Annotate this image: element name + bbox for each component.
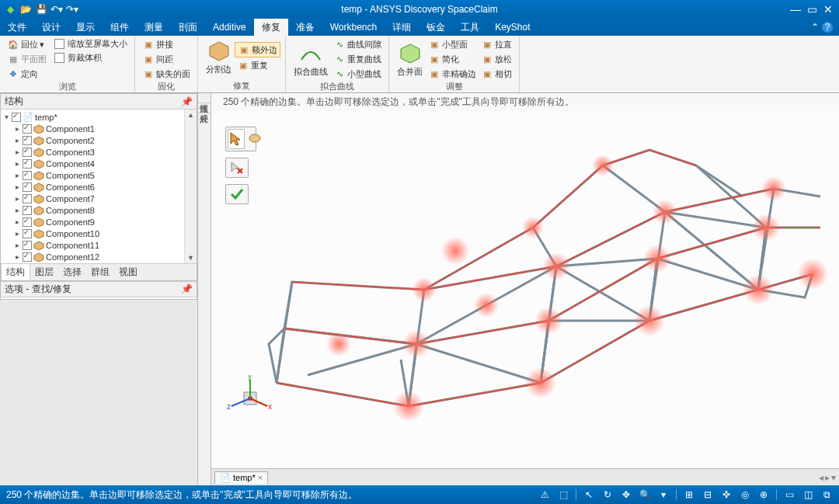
tree-component-row[interactable]: ▸ Component11 [2,239,195,251]
open-icon[interactable]: 📂 [19,2,33,16]
checkbox-icon[interactable] [12,113,21,122]
scrollbar[interactable]: ▲ ▼ [184,109,197,263]
small-curve-button[interactable]: ∿小型曲线 [331,67,384,81]
missing-face-button[interactable]: ▣缺失的面 [140,67,193,81]
tab-menu-icon[interactable]: ▾ [831,472,836,483]
snap1-icon[interactable]: ⊞ [683,488,695,501]
pin-icon[interactable]: 📌 [181,283,193,294]
close-tab-icon[interactable]: × [258,473,263,482]
menu-file[interactable]: 文件 [0,19,34,36]
tangent-button[interactable]: ▣相切 [479,67,514,81]
split-edges-button[interactable]: 分割边 [203,37,235,77]
stitch-button[interactable]: ▣拼接 [140,37,193,51]
checkbox-icon[interactable] [23,229,32,238]
pin-icon[interactable]: 📌 [181,96,193,107]
merge-faces-button[interactable]: 合并面 [394,37,426,81]
expand-icon[interactable]: ▸ [13,183,21,191]
menu-design[interactable]: 设计 [34,19,68,36]
straighten-button[interactable]: ▣拉直 [479,37,514,51]
expand-icon[interactable]: ▸ [13,230,21,238]
menu-measure[interactable]: 测量 [137,19,171,36]
checkbox-icon[interactable] [23,148,32,157]
tree-component-row[interactable]: ▸ Component4 [2,158,195,169]
fit-curve-button[interactable]: 拟合曲线 [291,37,331,81]
tree-component-row[interactable]: ▸ Component6 [2,181,195,193]
checkbox-icon[interactable] [54,53,64,63]
tab-selection[interactable]: 选择 [58,264,86,280]
expand-icon[interactable]: ▸ [13,195,21,203]
expand-icon[interactable]: ▸ [13,137,21,144]
expand-icon[interactable]: ▸ [13,218,21,226]
minimize-ribbon-icon[interactable]: ⌃ [811,22,819,33]
lasso-tool[interactable] [246,129,263,149]
checkbox-icon[interactable] [23,194,32,203]
expand-icon[interactable]: ▸ [13,207,21,214]
menu-prepare[interactable]: 准备 [288,19,322,36]
complete-tool[interactable] [225,184,249,204]
tab-groups[interactable]: 群组 [86,264,114,280]
snap3-icon[interactable]: ✜ [720,488,733,501]
snap5-icon[interactable]: ⊕ [757,488,770,501]
view3-icon[interactable]: ⧉ [820,488,833,501]
menu-display[interactable]: 显示 [68,19,103,36]
dup-curve-button[interactable]: ∿重复曲线 [331,52,384,66]
expand-icon[interactable]: ▸ [13,160,21,168]
tab-structure[interactable]: 结构 [1,264,30,280]
save-icon[interactable]: 💾 [34,2,48,16]
checkbox-icon[interactable] [23,136,32,145]
menu-section[interactable]: 剖面 [171,19,205,36]
maximize-button[interactable]: ▭ [807,3,817,16]
pan-icon[interactable]: ✥ [620,488,632,501]
app-icon[interactable]: ◆ [3,2,17,16]
tree-component-row[interactable]: ▸ Component8 [2,204,195,216]
expand-icon[interactable]: ▸ [13,125,21,133]
tree-component-row[interactable]: ▸ Component10 [2,228,195,239]
expand-icon[interactable]: ▸ [13,242,21,249]
checkbox-icon[interactable] [23,124,32,134]
home-button[interactable]: 🏠回位▾ [5,37,49,51]
view2-icon[interactable]: ◫ [802,488,814,501]
inexact-edge-button[interactable]: ▣非精确边 [426,67,479,81]
view-triad[interactable]: x y z [227,375,273,422]
deselect-tool[interactable] [225,158,249,178]
duplicate-button[interactable]: ▣重复 [235,58,280,72]
simplify-button[interactable]: ▣简化 [426,52,479,66]
select-tool[interactable] [228,129,245,149]
tab-properties[interactable]: 属性 [198,93,211,103]
curve-gap-button[interactable]: ∿曲线间隙 [331,37,384,51]
prev-tab-icon[interactable]: ◂ [819,472,823,483]
checkbox-icon[interactable] [23,171,32,180]
menu-sheetmetal[interactable]: 钣金 [419,19,453,36]
tree-component-row[interactable]: ▸ Component1 [2,123,195,134]
tree-component-row[interactable]: ▸ Component7 [2,193,195,204]
expand-icon[interactable]: ▸ [13,148,21,156]
model-canvas[interactable]: x y z [211,111,839,468]
expand-icon[interactable]: ▸ [13,172,21,179]
tab-appearance[interactable]: 外观 [198,103,211,113]
menu-workbench[interactable]: Workbench [322,19,385,36]
relax-button[interactable]: ▣放松 [479,52,514,66]
viewport[interactable]: 250 个精确的边集。单击边即可移除选定边，或单击"完成"工具向导即可移除所有边… [211,93,839,485]
spin-icon[interactable]: ↻ [601,488,614,501]
gap-button[interactable]: ▣间距 [140,52,193,66]
structure-tree[interactable]: ▾ 📄 temp* ▸ Component1▸ Component2▸ Comp… [1,109,197,263]
cursor-mode-icon[interactable]: ↖ [583,488,595,501]
scroll-down-icon[interactable]: ▼ [186,252,197,263]
menu-tools[interactable]: 工具 [453,19,487,36]
checkbox-icon[interactable] [23,182,32,192]
tree-component-row[interactable]: ▸ Component5 [2,169,195,181]
scroll-up-icon[interactable]: ▲ [186,109,197,120]
undo-icon[interactable]: ↶▾ [50,2,64,16]
checkbox-icon[interactable] [23,206,32,215]
menu-detail[interactable]: 详细 [385,19,419,36]
redo-icon[interactable]: ↷▾ [65,2,79,16]
tab-layers[interactable]: 图层 [30,264,58,280]
snap2-icon[interactable]: ⊟ [701,488,714,501]
root-node[interactable]: temp* [35,113,57,122]
tree-component-row[interactable]: ▸ Component9 [2,216,195,228]
checkbox-icon[interactable] [54,39,64,49]
plan-view-button[interactable]: ▦平面图 [5,52,49,66]
checkbox-icon[interactable] [23,241,32,250]
snap4-icon[interactable]: ◎ [739,488,751,501]
menu-assembly[interactable]: 组件 [103,19,137,36]
